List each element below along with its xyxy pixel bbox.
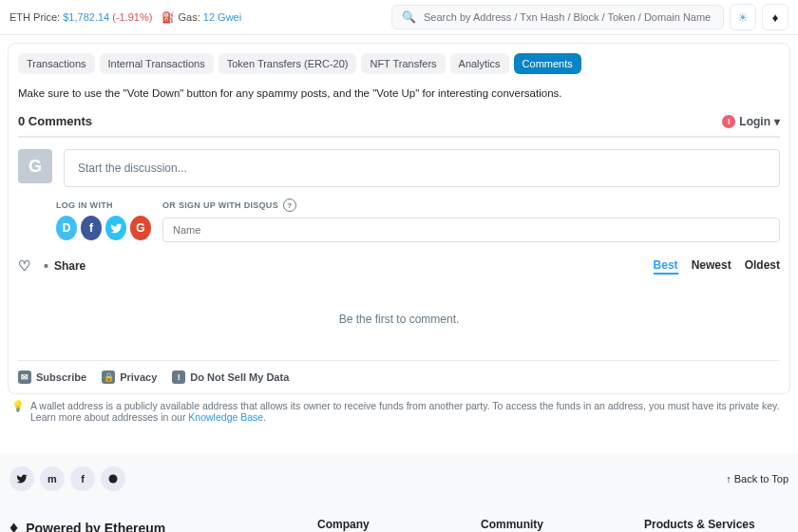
lock-icon: 🔒 <box>102 370 115 384</box>
chevron-down-icon: ▾ <box>774 115 780 128</box>
footer-top: m f ↑ Back to Top <box>10 466 788 491</box>
page-footer: m f ↑ Back to Top ♦Powered by Ethereum C… <box>0 453 798 532</box>
empty-state: Be the first to comment. <box>18 275 780 354</box>
search-input[interactable] <box>424 11 713 23</box>
sort-oldest[interactable]: Oldest <box>745 258 780 275</box>
theme-button[interactable]: ☀ <box>730 4 756 30</box>
tab-token-transfers[interactable]: Token Transfers (ERC-20) <box>218 53 357 74</box>
google-login[interactable]: G <box>130 216 151 240</box>
sort-newest[interactable]: Newest <box>692 258 732 275</box>
signup-label: OR SIGN UP WITH DISQUS ? <box>162 199 780 212</box>
action-left: ♡ • Share <box>18 257 86 275</box>
share-button[interactable]: Share <box>54 259 86 273</box>
footer-products: Products & Services Advertise <box>644 518 788 532</box>
back-to-top[interactable]: ↑ Back to Top <box>726 473 788 484</box>
reddit-link[interactable] <box>101 466 125 491</box>
knowledge-base-link[interactable]: Knowledge Base <box>188 411 263 423</box>
sort-best[interactable]: Best <box>654 258 678 275</box>
login-signup-row: LOG IN WITH D f G OR SIGN UP WITH DISQUS… <box>56 199 780 242</box>
gas-stat: ⛽ Gas: 12 Gwei <box>162 11 241 24</box>
ethereum-icon: ♦ <box>10 518 18 532</box>
favorite-button[interactable]: ♡ <box>18 257 30 275</box>
login-with-label: LOG IN WITH <box>56 200 151 210</box>
tab-transactions[interactable]: Transactions <box>18 53 95 74</box>
header-stats: ETH Price: $1,782.14 (-1.91%) ⛽ Gas: 12 … <box>10 11 241 24</box>
top-header: ETH Price: $1,782.14 (-1.91%) ⛽ Gas: 12 … <box>0 0 798 35</box>
tab-comments[interactable]: Comments <box>514 53 581 74</box>
twitter-login[interactable] <box>105 216 126 240</box>
main-content: Transactions Internal Transactions Token… <box>0 35 798 430</box>
eth-price: ETH Price: $1,782.14 (-1.91%) <box>10 11 152 23</box>
gas-link[interactable]: 12 Gwei <box>203 11 241 23</box>
facebook-link[interactable]: f <box>70 466 95 491</box>
privacy-button[interactable]: 🔒Privacy <box>102 370 157 384</box>
login-button[interactable]: ! Login ▾ <box>722 115 780 128</box>
comment-textarea[interactable]: Start the discussion... <box>64 149 780 187</box>
card: Transactions Internal Transactions Token… <box>8 43 790 394</box>
bullet-icon: • <box>44 258 48 274</box>
footer-community: Community API Documentation <box>481 518 625 532</box>
avatar: G <box>18 149 52 183</box>
search-box[interactable]: 🔍 <box>391 5 724 29</box>
help-icon[interactable]: ? <box>283 199 296 212</box>
eth-price-change: (-1.91%) <box>112 11 152 23</box>
tab-internal-transactions[interactable]: Internal Transactions <box>100 53 214 74</box>
sort-options: Best Newest Oldest <box>654 258 780 275</box>
social-logins: D f G <box>56 216 151 240</box>
do-not-sell-button[interactable]: !Do Not Sell My Data <box>172 370 289 384</box>
lightbulb-icon: 💡 <box>11 400 25 423</box>
action-bar: ♡ • Share Best Newest Oldest <box>18 257 780 275</box>
facebook-login[interactable]: f <box>81 216 102 240</box>
ethereum-icon: ♦ <box>772 10 779 25</box>
note-text: A wallet address is a publicly available… <box>30 400 787 423</box>
search-icon: 🔍 <box>402 10 416 24</box>
tab-nft-transfers[interactable]: NFT Transfers <box>361 53 445 74</box>
comments-footer: ✉Subscribe 🔒Privacy !Do Not Sell My Data <box>18 360 780 384</box>
products-heading: Products & Services <box>644 518 788 531</box>
subscribe-button[interactable]: ✉Subscribe <box>18 370 86 384</box>
comment-compose-row: G Start the discussion... <box>18 149 780 187</box>
comments-header: 0 Comments ! Login ▾ <box>18 114 780 138</box>
eth-price-label: ETH Price: <box>10 11 60 23</box>
comments-count: 0 Comments <box>18 114 92 128</box>
gas-label: Gas: <box>179 11 200 23</box>
tab-bar: Transactions Internal Transactions Token… <box>18 53 780 74</box>
gas-icon: ⛽ <box>162 11 175 23</box>
alert-icon: ! <box>722 115 735 128</box>
footer-social: m f <box>10 466 125 491</box>
eth-button[interactable]: ♦ <box>762 4 788 30</box>
svg-point-0 <box>109 475 118 484</box>
eth-price-link[interactable]: $1,782.14 <box>63 11 109 23</box>
alert-square-icon: ! <box>172 370 185 384</box>
medium-link[interactable]: m <box>40 466 65 491</box>
header-right: 🔍 ☀ ♦ <box>391 4 788 30</box>
arrow-up-icon: ↑ <box>726 473 732 484</box>
sun-icon: ☀ <box>737 10 749 25</box>
company-heading: Company <box>317 518 462 531</box>
tab-analytics[interactable]: Analytics <box>450 53 509 74</box>
disqus-login[interactable]: D <box>56 216 77 240</box>
instruction-message: Make sure to use the "Vote Down" button … <box>18 87 780 99</box>
twitter-link[interactable] <box>10 466 34 491</box>
name-input[interactable] <box>162 218 780 242</box>
footer-columns: ♦Powered by Ethereum Company About Us Co… <box>10 518 788 532</box>
footer-brand: ♦Powered by Ethereum <box>10 518 298 532</box>
powered-by: ♦Powered by Ethereum <box>10 518 298 532</box>
info-note: 💡 A wallet address is a publicly availab… <box>8 394 790 423</box>
community-heading: Community <box>481 518 625 531</box>
login-label: Login <box>739 115 770 128</box>
subscribe-icon: ✉ <box>18 370 31 384</box>
footer-company: Company About Us <box>317 518 462 532</box>
